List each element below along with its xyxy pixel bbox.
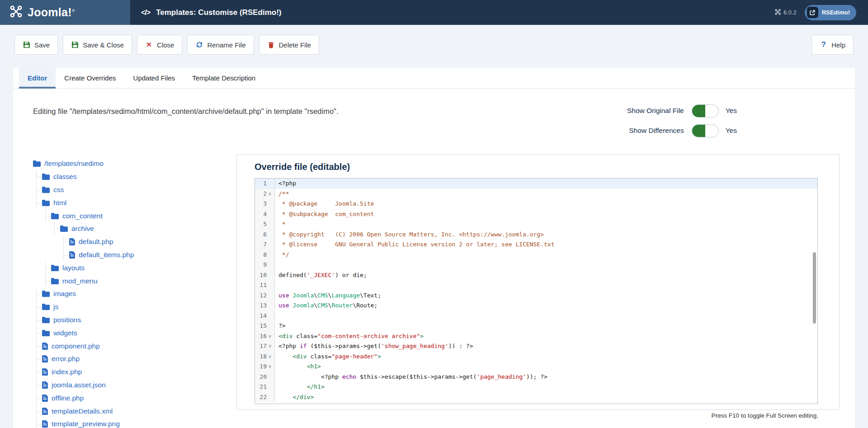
code-line-17[interactable]: 17v<?php if ($this->params->get('show_pa… [255,341,817,352]
tree-item-label: default.php [79,238,113,246]
joomla-brand[interactable]: Joomla!® [0,0,130,25]
code-line-7[interactable]: 7 * @license GNU General Public License … [255,240,817,250]
help-label: Help [831,41,845,49]
tree-item-mod-menu[interactable]: mod_menu [33,274,227,287]
code-text: ?> [275,321,817,331]
code-line-11[interactable]: 11 [255,280,817,291]
show-differences-toggle[interactable] [692,124,719,137]
rename-file-button[interactable]: Rename File [187,35,254,55]
template-preview-button[interactable]: RSEdimo! [805,5,856,20]
tree-item-default-php[interactable]: default.php [33,235,227,249]
line-number: 20 [255,372,269,382]
tree-item-com-content[interactable]: com_content [33,209,227,222]
code-line-20[interactable]: 20 <?php echo $this->escape($this->param… [255,372,817,382]
fold-toggle-icon[interactable]: v [269,352,275,362]
tree-item-error-php[interactable]: error.php [33,353,227,366]
tree-item-template-preview-png[interactable]: template_preview.png [33,418,227,428]
code-line-21[interactable]: 21 </h1> [255,382,817,392]
show-original-file-toggle[interactable] [692,104,719,118]
fold-toggle-icon[interactable]: v [269,189,275,199]
tree-item-images[interactable]: images [33,287,227,301]
tab-template-description[interactable]: Template Description [184,68,264,88]
tree-item-offline-php[interactable]: offline.php [33,391,227,404]
tree-connector-line [45,209,51,222]
folder-icon [51,278,59,284]
fold-toggle-icon[interactable]: v [269,341,275,352]
delete-file-button[interactable]: Delete File [259,35,320,55]
line-number: 1 [255,179,269,189]
file-icon [42,355,48,362]
code-line-15[interactable]: 15?> [255,321,817,331]
show-original-file-state: Yes [726,107,737,115]
tree-item-positions[interactable]: positions [33,314,227,327]
code-text [275,260,817,270]
file-icon [69,238,75,245]
delete-file-label: Delete File [279,41,311,49]
tree-item-label: classes [53,173,77,181]
fold-toggle-icon[interactable]: v [269,331,275,342]
tree-item-label: offline.php [52,394,84,402]
line-number: 4 [255,209,269,220]
code-line-12[interactable]: 12use Joomla\CMS\Language\Text; [255,291,817,301]
tree-item-joomla-asset-json[interactable]: joomla.asset.json [33,379,227,392]
tree-item-widgets[interactable]: widgets [33,326,227,339]
save-button[interactable]: Save [14,35,58,55]
tree-item-templatedetails-xml[interactable]: templateDetails.xml [33,404,227,418]
tree-item-label: css [53,186,64,194]
fold-gutter [269,291,275,301]
folder-icon [42,330,50,336]
tab-updated-files[interactable]: Updated Files [125,68,184,88]
tree-item-layouts[interactable]: layouts [33,261,227,274]
line-number: 3 [255,199,269,209]
code-line-18[interactable]: 18v <div class="page-header"> [255,352,817,362]
code-line-19[interactable]: 19v <h1> [255,362,817,372]
fold-gutter [269,372,275,382]
tree-connector-line [54,222,60,235]
tree-item-html[interactable]: html [33,196,227,209]
fold-toggle-icon[interactable]: v [269,362,275,372]
tree-item-label: index.php [52,368,82,376]
code-line-4[interactable]: 4 * @subpackage com_content [255,209,817,220]
file-icon [42,408,48,415]
close-icon: ✕ [145,41,153,49]
close-label: Close [157,41,174,49]
code-line-3[interactable]: 3 * @package Joomla.Site [255,199,817,209]
editor-scrollbar-thumb[interactable] [813,252,816,324]
code-line-13[interactable]: 13use Joomla\CMS\Router\Route; [255,301,817,311]
app-title: Joomla!® [28,6,75,19]
tree-connector-line [36,339,42,353]
code-line-22[interactable]: 22 </div> [255,392,817,403]
file-icon [69,251,75,259]
code-text: <div class="page-header"> [275,352,817,362]
tab-editor[interactable]: Editor [19,68,56,88]
code-line-9[interactable]: 9 [255,260,817,270]
code-text: </h1> [275,382,817,392]
code-line-1[interactable]: 1<?php [255,179,817,189]
code-text: use Joomla\CMS\Language\Text; [275,291,817,301]
line-number: 21 [255,382,269,392]
code-line-16[interactable]: 16v<div class="com-content-archive archi… [255,331,817,342]
tree-item-default-items-php[interactable]: default_items.php [33,249,227,262]
code-editor[interactable]: 1<?php2v/**3 * @package Joomla.Site4 * @… [255,178,818,404]
code-text [275,280,817,291]
code-line-6[interactable]: 6 * @copyright (C) 2006 Open Source Matt… [255,230,817,240]
tree-item-js[interactable]: js [33,301,227,314]
code-line-8[interactable]: 8 */ [255,250,817,260]
tree-item-templates-rsedimo[interactable]: /templates/rsedimo [33,157,227,170]
code-line-10[interactable]: 10defined('_JEXEC') or die; [255,270,817,281]
save-close-button[interactable]: Save & Close [63,35,132,55]
fold-gutter [269,301,275,311]
help-button[interactable]: ? Help [811,35,854,55]
tree-item-css[interactable]: css [33,183,227,197]
close-button[interactable]: ✕ Close [137,35,182,55]
tree-item-classes[interactable]: classes [33,170,227,183]
folder-icon [42,187,50,193]
code-line-14[interactable]: 14 [255,311,817,321]
tree-item-index-php[interactable]: index.php [33,366,227,379]
code-line-5[interactable]: 5 * [255,219,817,230]
tab-create-overrides[interactable]: Create Overrides [56,68,124,88]
tree-item-component-php[interactable]: component.php [33,339,227,353]
tree-item-label: js [53,303,58,311]
tree-item-archive[interactable]: archive [33,222,227,235]
code-line-2[interactable]: 2v/** [255,189,817,199]
